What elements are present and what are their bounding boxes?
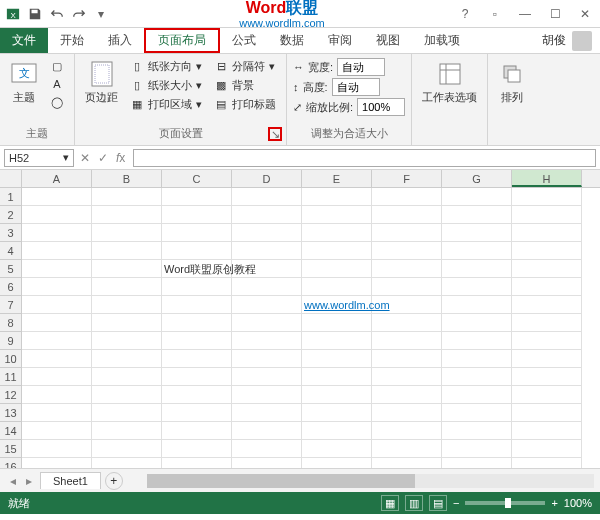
cell[interactable] (232, 314, 302, 332)
print-area-button[interactable]: ▦打印区域 ▾ (126, 96, 206, 113)
col-header[interactable]: F (372, 170, 442, 187)
tab-file[interactable]: 文件 (0, 28, 48, 53)
margins-button[interactable]: 页边距 (81, 58, 122, 107)
cell[interactable] (22, 422, 92, 440)
cell[interactable] (22, 206, 92, 224)
col-header[interactable]: B (92, 170, 162, 187)
row-header[interactable]: 15 (0, 440, 21, 458)
cell[interactable] (92, 422, 162, 440)
page-setup-launcher-icon[interactable]: ↘ (268, 127, 282, 141)
cell[interactable] (302, 368, 372, 386)
col-header[interactable]: C (162, 170, 232, 187)
cell[interactable] (442, 260, 512, 278)
cell[interactable] (22, 260, 92, 278)
cell[interactable] (92, 386, 162, 404)
cell[interactable] (162, 278, 232, 296)
orientation-button[interactable]: ▯纸张方向 ▾ (126, 58, 206, 75)
tab-home[interactable]: 开始 (48, 28, 96, 53)
cell[interactable] (22, 440, 92, 458)
cell[interactable] (232, 386, 302, 404)
cell[interactable] (232, 278, 302, 296)
cell[interactable] (442, 404, 512, 422)
row-header[interactable]: 6 (0, 278, 21, 296)
cell[interactable] (302, 314, 372, 332)
fx-icon[interactable]: fx (116, 151, 125, 165)
cell[interactable] (512, 260, 582, 278)
cell[interactable] (22, 188, 92, 206)
cell[interactable] (442, 296, 512, 314)
cell[interactable] (162, 368, 232, 386)
cell[interactable] (232, 404, 302, 422)
redo-icon[interactable] (70, 5, 88, 23)
cell[interactable] (92, 224, 162, 242)
cell[interactable] (22, 368, 92, 386)
cell[interactable] (232, 188, 302, 206)
maximize-icon[interactable]: ☐ (544, 5, 566, 23)
row-header[interactable]: 8 (0, 314, 21, 332)
cell[interactable] (22, 458, 92, 468)
cell[interactable] (22, 332, 92, 350)
cell[interactable] (512, 296, 582, 314)
cell[interactable] (92, 458, 162, 468)
select-all-corner[interactable] (0, 170, 21, 188)
row-header[interactable]: 9 (0, 332, 21, 350)
cell[interactable] (92, 314, 162, 332)
row-header[interactable]: 14 (0, 422, 21, 440)
close-icon[interactable]: ✕ (574, 5, 596, 23)
cell[interactable] (372, 278, 442, 296)
row-header[interactable]: 16 (0, 458, 21, 468)
excel-icon[interactable]: X (4, 5, 22, 23)
tab-addins[interactable]: 加载项 (412, 28, 472, 53)
cell[interactable] (442, 422, 512, 440)
cell[interactable] (302, 458, 372, 468)
help-icon[interactable]: ? (454, 5, 476, 23)
cell[interactable] (302, 242, 372, 260)
sheet-options-button[interactable]: 工作表选项 (418, 58, 481, 107)
row-header[interactable]: 1 (0, 188, 21, 206)
ribbon-collapse-icon[interactable]: ▫ (484, 5, 506, 23)
cell[interactable] (22, 224, 92, 242)
print-titles-button[interactable]: ▤打印标题 (210, 96, 280, 113)
cell[interactable] (442, 350, 512, 368)
cell[interactable] (162, 458, 232, 468)
cell[interactable] (162, 242, 232, 260)
row-header[interactable]: 4 (0, 242, 21, 260)
view-page-layout-icon[interactable]: ▥ (405, 495, 423, 511)
cell[interactable] (512, 188, 582, 206)
cell[interactable] (302, 404, 372, 422)
cell[interactable] (442, 440, 512, 458)
cell[interactable] (232, 350, 302, 368)
cell[interactable] (92, 368, 162, 386)
cell[interactable] (372, 458, 442, 468)
cell[interactable] (512, 458, 582, 468)
cell[interactable] (512, 422, 582, 440)
cell[interactable] (442, 386, 512, 404)
sheet-nav-next-icon[interactable]: ▸ (22, 474, 36, 488)
cancel-formula-icon[interactable]: ✕ (80, 151, 90, 165)
accept-formula-icon[interactable]: ✓ (98, 151, 108, 165)
cell[interactable] (162, 314, 232, 332)
cell[interactable] (22, 242, 92, 260)
zoom-slider[interactable] (465, 501, 545, 505)
cell[interactable] (302, 440, 372, 458)
breaks-button[interactable]: ⊟分隔符 ▾ (210, 58, 280, 75)
row-header[interactable]: 13 (0, 404, 21, 422)
cell[interactable] (92, 206, 162, 224)
cell[interactable] (162, 404, 232, 422)
cell[interactable] (232, 242, 302, 260)
cell[interactable] (92, 350, 162, 368)
view-normal-icon[interactable]: ▦ (381, 495, 399, 511)
cell[interactable] (442, 242, 512, 260)
col-header[interactable]: H (512, 170, 582, 187)
tab-formulas[interactable]: 公式 (220, 28, 268, 53)
scale-width-input[interactable] (337, 58, 385, 76)
qat-dropdown-icon[interactable]: ▾ (92, 5, 110, 23)
row-header[interactable]: 12 (0, 386, 21, 404)
row-header[interactable]: 5 (0, 260, 21, 278)
cell[interactable] (512, 206, 582, 224)
zoom-level[interactable]: 100% (564, 497, 592, 509)
cell[interactable] (442, 224, 512, 242)
cell[interactable] (302, 350, 372, 368)
cell[interactable] (232, 224, 302, 242)
cell[interactable] (442, 332, 512, 350)
